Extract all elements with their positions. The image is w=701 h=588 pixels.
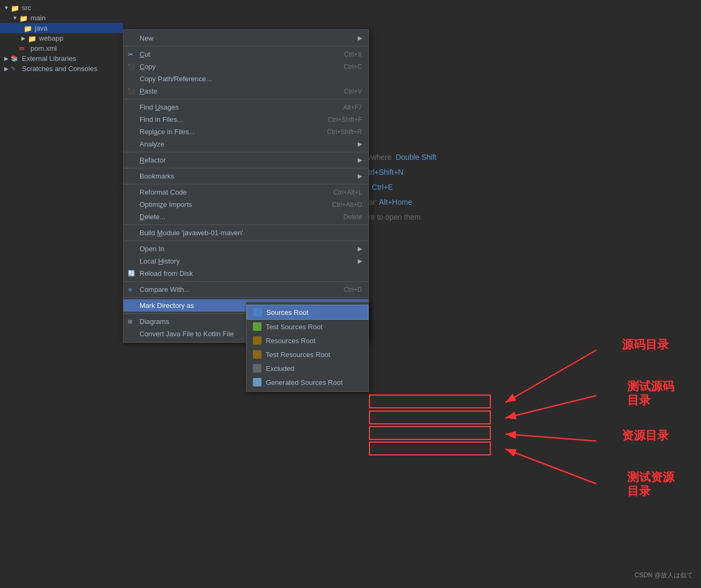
- menu-item-paste[interactable]: ⬛ Paste Ctrl+V: [124, 85, 368, 97]
- submenu-label-test-resources: Test Resources Root: [266, 351, 330, 359]
- submenu-label-test-sources: Test Sources Root: [266, 323, 322, 331]
- separator-2: [124, 99, 368, 99]
- tree-item-main[interactable]: ▼ 📁 main: [0, 13, 123, 23]
- folder-icon-java: 📁: [24, 25, 33, 32]
- tree-item-java[interactable]: 📁 java: [0, 23, 123, 33]
- separator-3: [124, 152, 368, 152]
- annotation-resource-dir: 资源目录: [622, 428, 669, 444]
- menu-label-find-files: Find in Files...: [140, 115, 312, 123]
- submenu-label-generated: Generated Sources Root: [266, 378, 343, 386]
- mark-directory-submenu: Sources Root Test Sources Root Resources…: [246, 302, 369, 392]
- separator-8: [124, 281, 368, 282]
- separator-9: [124, 297, 368, 298]
- tree-label-main: main: [30, 14, 45, 22]
- submenu-arrow-new: ▶: [358, 35, 362, 42]
- tree-label-scratches: Scratches and Consoles: [22, 65, 97, 73]
- menu-item-delete[interactable]: Delete... Delete: [124, 211, 368, 223]
- cut-icon: ✂: [128, 51, 133, 58]
- menu-item-open-in[interactable]: Open In ▶: [124, 243, 368, 255]
- submenu-label-resources: Resources Root: [266, 337, 315, 345]
- submenu-item-resources[interactable]: Resources Root: [246, 334, 368, 347]
- menu-item-refactor[interactable]: Refactor ▶: [124, 154, 368, 166]
- separator-1: [124, 46, 368, 47]
- test-sources-icon: [253, 322, 261, 331]
- menu-item-copy[interactable]: ⬛ Copy Ctrl+C: [124, 60, 368, 73]
- menu-label-paste: Paste: [140, 87, 328, 95]
- separator-5: [124, 184, 368, 184]
- menu-item-cut[interactable]: ✂ Cut Ctrl+X: [124, 48, 368, 60]
- submenu-arrow-bookmarks: ▶: [358, 173, 362, 180]
- tree-item-webapp[interactable]: ▶ 📁 webapp: [0, 33, 123, 43]
- submenu-item-generated[interactable]: Generated Sources Root: [246, 375, 368, 389]
- menu-label-bookmarks: Bookmarks: [140, 172, 358, 180]
- tree-arrow-src: ▼: [2, 5, 11, 11]
- shortcut-find-files: Ctrl+Shift+F: [328, 116, 362, 123]
- folder-icon-webapp: 📁: [28, 35, 37, 42]
- menu-label-find-usages: Find Usages: [140, 103, 327, 111]
- folder-icon-src: 📁: [11, 4, 20, 12]
- submenu-arrow-local-history: ▶: [358, 258, 362, 265]
- tree-label-webapp: webapp: [39, 34, 64, 42]
- menu-label-local-history: Local History: [140, 257, 358, 265]
- submenu-item-test-sources[interactable]: Test Sources Root: [246, 320, 368, 334]
- tree-arrow-scratches: ▶: [2, 66, 11, 72]
- shortcut-copy: Ctrl+C: [344, 63, 362, 71]
- menu-label-new: New: [140, 34, 358, 42]
- generated-icon: [253, 378, 261, 386]
- menu-label-copy: Copy: [140, 63, 328, 71]
- tree-item-pom[interactable]: m pom.xml: [0, 43, 123, 53]
- file-tree: ▼ 📁 src ▼ 📁 main 📁 java ▶ 📁 webapp m pom…: [0, 0, 123, 588]
- menu-item-reformat[interactable]: Reformat Code Ctrl+Alt+L: [124, 186, 368, 198]
- menu-item-find-usages[interactable]: Find Usages Alt+F7: [124, 101, 368, 113]
- menu-item-bookmarks[interactable]: Bookmarks ▶: [124, 170, 368, 182]
- menu-item-reload[interactable]: 🔄 Reload from Disk: [124, 267, 368, 280]
- tree-arrow-webapp: ▶: [19, 35, 28, 41]
- menu-item-find-files[interactable]: Find in Files... Ctrl+Shift+F: [124, 113, 368, 126]
- separator-4: [124, 168, 368, 168]
- tree-label-java: java: [35, 24, 48, 32]
- resources-icon: [253, 336, 261, 345]
- test-resources-icon: [253, 350, 261, 359]
- menu-label-build: Build Module 'javaweb-01-maven': [140, 229, 362, 237]
- tree-item-scratches[interactable]: ▶ ✎ Scratches and Consoles: [0, 64, 123, 74]
- menu-item-optimize[interactable]: Optimize Imports Ctrl+Alt+O: [124, 198, 368, 211]
- menu-label-cut: Cut: [140, 50, 328, 58]
- maven-icon: m: [19, 45, 29, 52]
- shortcut-find-usages: Alt+F7: [343, 104, 362, 111]
- separator-6: [124, 225, 368, 225]
- menu-item-new[interactable]: New ▶: [124, 32, 368, 44]
- annotation-source-dir: 源码目录: [622, 337, 669, 353]
- annotation-test-source-dir: 测试源码目录: [627, 380, 674, 408]
- compare-icon: ⊕: [128, 287, 132, 292]
- submenu-item-sources-root[interactable]: Sources Root: [246, 305, 368, 320]
- separator-7: [124, 241, 368, 241]
- nav-bar-key: Alt+Home: [379, 198, 412, 206]
- shortcut-compare: Ctrl+D: [344, 286, 362, 293]
- menu-label-reload: Reload from Disk: [140, 269, 362, 277]
- menu-label-refactor: Refactor: [140, 156, 358, 164]
- tree-label-pom: pom.xml: [30, 44, 57, 52]
- submenu-arrow-open-in: ▶: [358, 245, 362, 252]
- menu-item-build[interactable]: Build Module 'javaweb-01-maven': [124, 227, 368, 239]
- reload-icon: 🔄: [128, 270, 135, 277]
- submenu-item-excluded[interactable]: Excluded: [246, 361, 368, 375]
- scratches-icon: ✎: [11, 65, 20, 73]
- tree-label-src: src: [22, 4, 31, 12]
- menu-item-copy-path[interactable]: Copy Path/Reference...: [124, 73, 368, 85]
- menu-item-local-history[interactable]: Local History ▶: [124, 255, 368, 267]
- menu-item-analyze[interactable]: Analyze ▶: [124, 138, 368, 150]
- tree-arrow-main: ▼: [11, 15, 19, 21]
- submenu-item-test-resources[interactable]: Test Resources Root: [246, 347, 368, 361]
- excluded-icon: [253, 364, 261, 373]
- menu-item-replace-files[interactable]: Replace in Files... Ctrl+Shift+R: [124, 126, 368, 138]
- tree-item-src[interactable]: ▼ 📁 src: [0, 3, 123, 13]
- shortcut-cut: Ctrl+X: [344, 51, 362, 58]
- submenu-arrow-analyze: ▶: [358, 141, 362, 148]
- menu-item-compare[interactable]: ⊕ Compare With... Ctrl+D: [124, 283, 368, 296]
- menu-label-replace-files: Replace in Files...: [140, 128, 311, 136]
- shortcut-reformat: Ctrl+Alt+L: [334, 189, 362, 196]
- menu-label-optimize: Optimize Imports: [140, 200, 316, 208]
- menu-label-compare: Compare With...: [140, 285, 328, 293]
- sources-root-icon: [253, 308, 262, 316]
- tree-item-external-libs[interactable]: ▶ 📚 External Libraries: [0, 53, 123, 64]
